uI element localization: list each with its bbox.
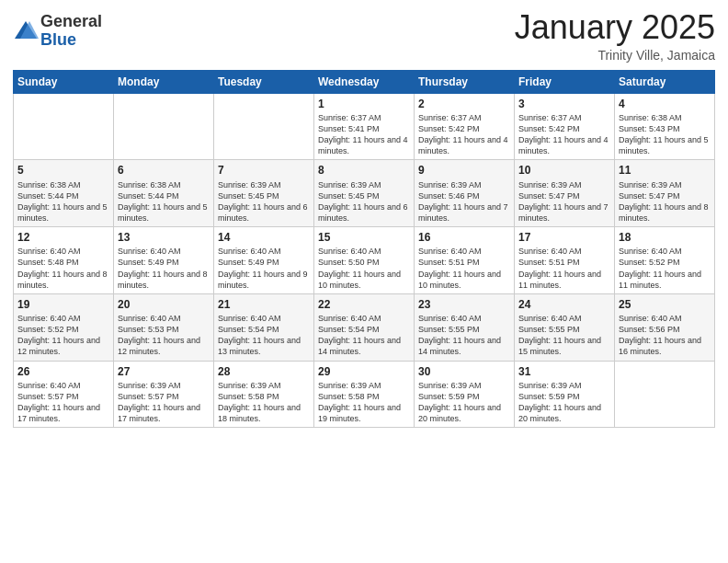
day-number: 21 <box>218 297 310 312</box>
days-of-week-row: SundayMondayTuesdayWednesdayThursdayFrid… <box>14 70 715 93</box>
calendar-cell: 9Sunrise: 6:39 AMSunset: 5:46 PMDaylight… <box>415 160 515 227</box>
week-row-4: 26Sunrise: 6:40 AMSunset: 5:57 PMDayligh… <box>14 361 715 428</box>
calendar-cell: 29Sunrise: 6:39 AMSunset: 5:58 PMDayligh… <box>314 361 415 428</box>
day-of-week-saturday: Saturday <box>615 70 715 93</box>
calendar-cell: 24Sunrise: 6:40 AMSunset: 5:55 PMDayligh… <box>515 293 615 361</box>
day-info: Sunrise: 6:40 AMSunset: 5:55 PMDaylight:… <box>418 313 510 358</box>
calendar-cell: 10Sunrise: 6:39 AMSunset: 5:47 PMDayligh… <box>515 160 615 227</box>
day-number: 1 <box>318 97 410 111</box>
week-row-1: 5Sunrise: 6:38 AMSunset: 5:44 PMDaylight… <box>14 160 715 227</box>
logo-text: General Blue <box>40 13 102 50</box>
day-info: Sunrise: 6:39 AMSunset: 5:58 PMDaylight:… <box>318 380 410 425</box>
calendar-cell: 30Sunrise: 6:39 AMSunset: 5:59 PMDayligh… <box>415 361 515 428</box>
calendar-cell: 11Sunrise: 6:39 AMSunset: 5:47 PMDayligh… <box>615 160 715 227</box>
day-info: Sunrise: 6:37 AMSunset: 5:42 PMDaylight:… <box>518 112 610 157</box>
day-number: 10 <box>518 163 610 178</box>
day-info: Sunrise: 6:39 AMSunset: 5:47 PMDaylight:… <box>518 179 610 224</box>
day-number: 15 <box>318 230 410 245</box>
logo-general-text: General <box>40 13 102 31</box>
week-row-3: 19Sunrise: 6:40 AMSunset: 5:52 PMDayligh… <box>14 293 715 361</box>
calendar-cell: 21Sunrise: 6:40 AMSunset: 5:54 PMDayligh… <box>214 293 314 361</box>
day-of-week-wednesday: Wednesday <box>314 70 415 93</box>
location: Trinity Ville, Jamaica <box>515 48 715 63</box>
day-number: 31 <box>518 364 610 379</box>
day-info: Sunrise: 6:40 AMSunset: 5:52 PMDaylight:… <box>17 313 109 358</box>
day-info: Sunrise: 6:40 AMSunset: 5:51 PMDaylight:… <box>418 246 510 291</box>
day-info: Sunrise: 6:40 AMSunset: 5:57 PMDaylight:… <box>17 380 109 425</box>
day-number: 19 <box>17 297 109 312</box>
day-of-week-sunday: Sunday <box>14 70 114 93</box>
day-info: Sunrise: 6:39 AMSunset: 5:58 PMDaylight:… <box>218 380 310 425</box>
calendar: SundayMondayTuesdayWednesdayThursdayFrid… <box>13 70 715 429</box>
day-of-week-friday: Friday <box>515 70 615 93</box>
day-info: Sunrise: 6:40 AMSunset: 5:55 PMDaylight:… <box>518 313 610 358</box>
day-info: Sunrise: 6:40 AMSunset: 5:48 PMDaylight:… <box>17 246 109 291</box>
day-number: 26 <box>17 364 109 379</box>
calendar-cell: 18Sunrise: 6:40 AMSunset: 5:52 PMDayligh… <box>615 227 715 294</box>
day-number: 2 <box>418 97 510 111</box>
calendar-cell: 28Sunrise: 6:39 AMSunset: 5:58 PMDayligh… <box>214 361 314 428</box>
calendar-cell: 2Sunrise: 6:37 AMSunset: 5:42 PMDaylight… <box>415 93 515 160</box>
day-info: Sunrise: 6:39 AMSunset: 5:46 PMDaylight:… <box>418 179 510 224</box>
calendar-cell: 8Sunrise: 6:39 AMSunset: 5:45 PMDaylight… <box>314 160 415 227</box>
day-info: Sunrise: 6:39 AMSunset: 5:57 PMDaylight:… <box>118 380 210 425</box>
day-number: 5 <box>17 163 109 178</box>
calendar-cell: 16Sunrise: 6:40 AMSunset: 5:51 PMDayligh… <box>415 227 515 294</box>
day-number: 7 <box>218 163 310 178</box>
day-info: Sunrise: 6:39 AMSunset: 5:59 PMDaylight:… <box>418 380 510 425</box>
day-of-week-tuesday: Tuesday <box>214 70 314 93</box>
month-title: January 2025 <box>515 9 715 46</box>
day-number: 25 <box>619 297 711 312</box>
calendar-cell: 15Sunrise: 6:40 AMSunset: 5:50 PMDayligh… <box>314 227 415 294</box>
calendar-cell: 14Sunrise: 6:40 AMSunset: 5:49 PMDayligh… <box>214 227 314 294</box>
calendar-cell: 23Sunrise: 6:40 AMSunset: 5:55 PMDayligh… <box>415 293 515 361</box>
day-info: Sunrise: 6:39 AMSunset: 5:47 PMDaylight:… <box>619 179 711 224</box>
day-number: 11 <box>619 163 711 178</box>
day-info: Sunrise: 6:39 AMSunset: 5:45 PMDaylight:… <box>218 179 310 224</box>
calendar-cell: 20Sunrise: 6:40 AMSunset: 5:53 PMDayligh… <box>114 293 214 361</box>
calendar-cell: 12Sunrise: 6:40 AMSunset: 5:48 PMDayligh… <box>14 227 114 294</box>
day-number: 23 <box>418 297 510 312</box>
logo-icon <box>13 18 39 44</box>
day-info: Sunrise: 6:40 AMSunset: 5:53 PMDaylight:… <box>118 313 210 358</box>
day-info: Sunrise: 6:40 AMSunset: 5:49 PMDaylight:… <box>218 246 310 291</box>
day-number: 20 <box>118 297 210 312</box>
calendar-cell <box>615 361 715 428</box>
day-info: Sunrise: 6:40 AMSunset: 5:49 PMDaylight:… <box>118 246 210 291</box>
day-info: Sunrise: 6:40 AMSunset: 5:54 PMDaylight:… <box>218 313 310 358</box>
day-info: Sunrise: 6:39 AMSunset: 5:45 PMDaylight:… <box>318 179 410 224</box>
page: General Blue January 2025 Trinity Ville,… <box>0 0 728 563</box>
day-number: 18 <box>619 230 711 245</box>
calendar-body: 1Sunrise: 6:37 AMSunset: 5:41 PMDaylight… <box>14 93 715 428</box>
day-number: 4 <box>619 97 711 111</box>
logo: General Blue <box>13 13 102 50</box>
day-info: Sunrise: 6:40 AMSunset: 5:50 PMDaylight:… <box>318 246 410 291</box>
day-number: 28 <box>218 364 310 379</box>
calendar-cell: 17Sunrise: 6:40 AMSunset: 5:51 PMDayligh… <box>515 227 615 294</box>
day-number: 24 <box>518 297 610 312</box>
calendar-cell: 13Sunrise: 6:40 AMSunset: 5:49 PMDayligh… <box>114 227 214 294</box>
calendar-cell: 22Sunrise: 6:40 AMSunset: 5:54 PMDayligh… <box>314 293 415 361</box>
day-info: Sunrise: 6:40 AMSunset: 5:54 PMDaylight:… <box>318 313 410 358</box>
calendar-cell: 7Sunrise: 6:39 AMSunset: 5:45 PMDaylight… <box>214 160 314 227</box>
day-of-week-monday: Monday <box>114 70 214 93</box>
day-number: 30 <box>418 364 510 379</box>
day-number: 13 <box>118 230 210 245</box>
day-info: Sunrise: 6:40 AMSunset: 5:51 PMDaylight:… <box>518 246 610 291</box>
calendar-cell: 1Sunrise: 6:37 AMSunset: 5:41 PMDaylight… <box>314 93 415 160</box>
day-info: Sunrise: 6:37 AMSunset: 5:41 PMDaylight:… <box>318 112 410 157</box>
calendar-cell: 27Sunrise: 6:39 AMSunset: 5:57 PMDayligh… <box>114 361 214 428</box>
calendar-cell: 4Sunrise: 6:38 AMSunset: 5:43 PMDaylight… <box>615 93 715 160</box>
week-row-0: 1Sunrise: 6:37 AMSunset: 5:41 PMDaylight… <box>14 93 715 160</box>
calendar-cell <box>14 93 114 160</box>
calendar-cell: 5Sunrise: 6:38 AMSunset: 5:44 PMDaylight… <box>14 160 114 227</box>
calendar-cell: 25Sunrise: 6:40 AMSunset: 5:56 PMDayligh… <box>615 293 715 361</box>
day-info: Sunrise: 6:38 AMSunset: 5:44 PMDaylight:… <box>118 179 210 224</box>
calendar-cell <box>214 93 314 160</box>
day-number: 3 <box>518 97 610 111</box>
day-number: 27 <box>118 364 210 379</box>
day-number: 16 <box>418 230 510 245</box>
calendar-cell: 31Sunrise: 6:39 AMSunset: 5:59 PMDayligh… <box>515 361 615 428</box>
calendar-cell <box>114 93 214 160</box>
day-number: 12 <box>17 230 109 245</box>
